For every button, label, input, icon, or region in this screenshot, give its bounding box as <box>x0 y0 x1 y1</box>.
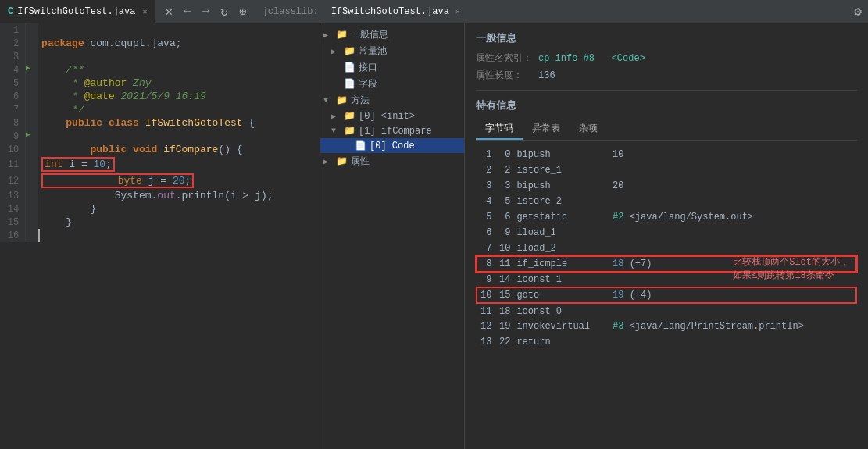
code-line-14: 14 } <box>0 202 320 216</box>
tabs-bar: C IfSwitchGotoTest.java ✕ ✕ ← → ↻ ⊕ jcla… <box>0 0 868 23</box>
attr-index-value: cp_info #8 <Code> <box>538 53 645 64</box>
code-line-15: 15 } <box>0 216 320 229</box>
tree-item-interface[interactable]: 📄 接口 <box>320 59 464 76</box>
code-line-5: 5 * @author Zhy <box>0 77 320 90</box>
table-row: 7 10 iload_2 <box>477 241 856 256</box>
toolbar-close[interactable]: ✕ <box>162 2 176 21</box>
code-line-12: 12 byte j = 20; <box>0 173 320 189</box>
toolbar-browse[interactable]: ⊕ <box>236 2 250 21</box>
tree-item-init[interactable]: ▶ 📁 [0] <init> <box>320 109 464 123</box>
info-row-index: 属性名索引： cp_info #8 <Code> <box>476 52 857 65</box>
table-row: 6 9 iload_1 <box>477 225 856 241</box>
tree-item-code[interactable]: 📄 [0] Code <box>320 138 464 153</box>
table-row: 11 18 iconst_0 <box>477 303 856 319</box>
tree-item-constants[interactable]: ▶ 📁 常量池 <box>320 43 464 59</box>
jclasslib-title: IfSwitchGotoTest.java <box>331 6 449 17</box>
bytecode-tabs: 字节码 异常表 杂项 <box>476 119 857 141</box>
app-container: C IfSwitchGotoTest.java ✕ ✕ ← → ↻ ⊕ jcla… <box>0 0 868 449</box>
table-row: 3 3 bipush 20 <box>477 178 856 194</box>
tree-label-code: [0] Code <box>370 141 415 151</box>
tree-item-ifCompare[interactable]: ▼ 📁 [1] ifCompare <box>320 123 464 138</box>
attr-index-label: 属性名索引： <box>476 52 538 65</box>
tab-left-close[interactable]: ✕ <box>142 7 147 16</box>
gear-icon[interactable]: ⚙ <box>854 4 862 20</box>
toolbar-refresh[interactable]: ↻ <box>217 2 231 21</box>
jclasslib-tab-close[interactable]: ✕ <box>455 7 460 16</box>
cp-link[interactable]: cp_info #8 <box>538 53 595 64</box>
toolbar-back[interactable]: ← <box>180 3 195 20</box>
tab-exceptions[interactable]: 异常表 <box>523 119 570 140</box>
code-line-11: 11 int i = 10; <box>0 156 320 173</box>
info-row-length: 属性长度： 136 <box>476 69 857 82</box>
tree-label-ifCompare: [1] ifCompare <box>359 126 432 137</box>
tab-bytecode[interactable]: 字节码 <box>476 119 523 140</box>
c-icon: C <box>8 6 13 17</box>
jclasslib-tab-label[interactable]: IfSwitchGotoTest.java ✕ <box>331 6 460 17</box>
table-row: 5 6 getstatic #2 <java/lang/System.out> <box>477 209 856 225</box>
section-general: 一般信息 <box>476 31 857 45</box>
code-line-4: 4 ▶ /** <box>0 63 320 77</box>
tree-panel: ▶ 📁 一般信息 ▶ 📁 常量池 📄 接口 <box>320 23 465 449</box>
tree-label-attributes: 属性 <box>351 155 370 168</box>
tree-label-interface: 接口 <box>359 61 377 74</box>
tab-left-label: IfSwitchGotoTest.java <box>17 6 135 17</box>
tree-label-init: [0] <init> <box>359 111 415 122</box>
tab-left[interactable]: C IfSwitchGotoTest.java ✕ <box>0 0 155 23</box>
code-line-13: 13 System.out.println(i > j); <box>0 189 320 202</box>
attr-length-value: 136 <box>538 70 555 81</box>
toolbar-forward[interactable]: → <box>199 3 213 20</box>
code-line-2: 2 package com.cqupt.java; <box>0 37 320 50</box>
tree-item-methods[interactable]: ▼ 📁 方法 <box>320 92 464 109</box>
tree-item-attributes[interactable]: ▶ 📁 属性 <box>320 153 464 169</box>
bytecode-annotation: 比较栈顶两个Slot的大小，如果≤则跳转第18条命令 <box>733 256 849 283</box>
code-line-1: 1 <box>0 23 320 37</box>
tree-item-fields[interactable]: 📄 字段 <box>320 76 464 92</box>
code-line-9: 9 ▶ <box>0 130 320 143</box>
section-special: 特有信息 <box>476 98 857 112</box>
tree-label-fields: 字段 <box>359 77 377 91</box>
code-tag: <Code> <box>612 53 645 64</box>
bytecode-area: 1 0 bipush 10 2 2 istore_1 <box>476 147 857 350</box>
code-line-8: 8 public class IfSwitchGotoTest { <box>0 116 320 130</box>
tree-label-constants: 常量池 <box>359 45 387 58</box>
main-layout: 1 2 package com.cqupt.java; 3 <box>0 23 868 449</box>
code-line-6: 6 * @date 2021/5/9 16:19 <box>0 90 320 103</box>
section-divider <box>476 90 857 91</box>
tree-label-general: 一般信息 <box>351 28 388 41</box>
table-row: 2 2 istore_1 <box>477 162 856 178</box>
code-editor: 1 2 package com.cqupt.java; 3 <box>0 23 320 449</box>
table-row: 1 0 bipush 10 <box>477 147 856 162</box>
tree-label-methods: 方法 <box>351 94 370 107</box>
code-lines: 1 2 package com.cqupt.java; 3 <box>0 23 320 242</box>
jclasslib-topbar: ✕ ← → ↻ ⊕ jclasslib: IfSwitchGotoTest.ja… <box>155 0 868 23</box>
code-line-16: 16 <box>0 229 320 242</box>
table-row: 12 19 invokevirtual #3 <java/lang/PrintS… <box>477 319 856 334</box>
code-line-3: 3 <box>0 50 320 63</box>
tree-item-general[interactable]: ▶ 📁 一般信息 <box>320 27 464 43</box>
code-line-10: 10 public void ifCompare() { <box>0 143 320 156</box>
tab-misc[interactable]: 杂项 <box>570 119 607 140</box>
attr-length-label: 属性长度： <box>476 69 538 82</box>
table-row: 13 22 return <box>477 334 856 350</box>
table-row: 4 5 istore_2 <box>477 194 856 209</box>
bytecode-table: 1 0 bipush 10 2 2 istore_1 <box>476 147 857 350</box>
table-row-highlight-2: 10 15 goto 19 (+4) <box>477 287 856 303</box>
detail-panel: 一般信息 属性名索引： cp_info #8 <Code> 属性长度： 136 … <box>465 23 868 449</box>
jclasslib-content: ▶ 📁 一般信息 ▶ 📁 常量池 📄 接口 <box>320 23 868 449</box>
code-line-7: 7 */ <box>0 103 320 116</box>
jclasslib-prefix: jclasslib: <box>263 6 319 17</box>
